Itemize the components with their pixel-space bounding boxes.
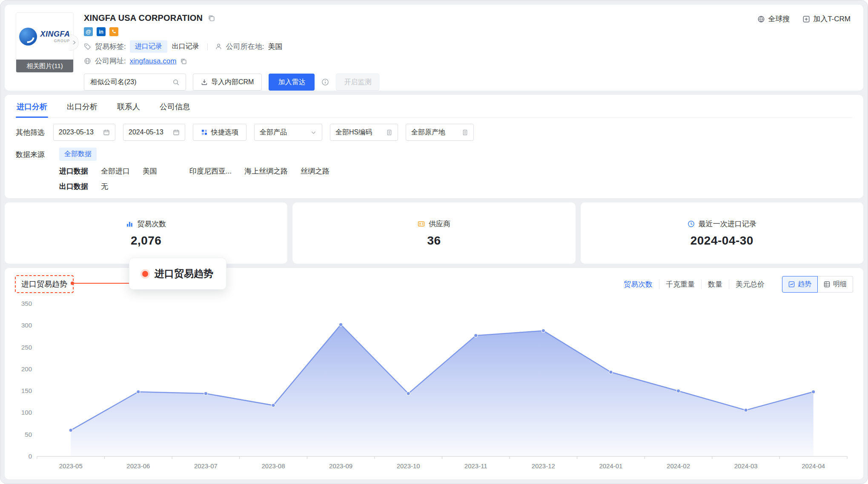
join-tcrm-link[interactable]: 加入T-CRM <box>802 14 851 24</box>
tab-export-analysis[interactable]: 出口分析 <box>66 95 98 117</box>
toggle-trend-view[interactable]: 趋势 <box>782 276 818 293</box>
date-start-input[interactable]: 2023-05-13 <box>53 124 115 141</box>
trade-tags-row: 贸易标签: 进口记录 出口记录 公司所在地: 美国 <box>84 40 379 53</box>
svg-text:300: 300 <box>21 322 32 329</box>
all-data-chip[interactable]: 全部数据 <box>59 148 97 161</box>
svg-text:2023-12: 2023-12 <box>532 462 555 470</box>
import-data-option[interactable]: 印度尼西亚... <box>189 166 232 176</box>
similar-companies-button[interactable]: 相似公司名(23) <box>84 74 186 91</box>
tag-export-records[interactable]: 出口记录 <box>171 40 200 53</box>
tab-contacts[interactable]: 联系人 <box>116 95 141 117</box>
annotation-callout: 进口贸易趋势 <box>129 258 226 290</box>
copy-icon[interactable] <box>180 58 187 65</box>
similar-companies-label: 相似公司名(23) <box>90 78 136 87</box>
product-select-value: 全部产品 <box>260 128 287 137</box>
svg-text:2024-02: 2024-02 <box>667 462 690 470</box>
export-data-label: 出口数据 <box>59 182 88 191</box>
company-header-card: XINGFA GROUP 相关图片(11) XINGFA USA CORPORA… <box>5 5 863 91</box>
data-source-content: 全部数据 进口数据 全部进口 美国 印度尼西亚... 海上丝绸之路 丝绸之路 出… <box>59 148 329 191</box>
view-toggle-group: 趋势 明细 <box>782 276 853 293</box>
info-icon[interactable] <box>321 78 329 86</box>
import-data-label: 进口数据 <box>59 166 88 176</box>
add-radar-button[interactable]: 加入雷达 <box>269 74 315 91</box>
stat-label: 供应商 <box>429 219 450 229</box>
svg-text:2024-03: 2024-03 <box>734 462 758 470</box>
page-root: XINGFA GROUP 相关图片(11) XINGFA USA CORPORA… <box>0 0 868 484</box>
globe-icon <box>84 57 91 65</box>
start-monitor-button[interactable]: 开启监测 <box>336 74 379 91</box>
header-top-links: 全球搜 加入T-CRM <box>757 14 851 24</box>
import-data-option[interactable]: 全部进口 <box>101 166 130 176</box>
related-images-label[interactable]: 相关图片(11) <box>16 60 73 72</box>
clock-icon <box>688 220 695 228</box>
company-info-block: XINGFA USA CORPORATION @ in 贸易标签: 进口记录 出… <box>84 12 379 83</box>
stat-head: 最近一次进口记录 <box>688 219 756 229</box>
svg-text:150: 150 <box>21 387 32 394</box>
annotation-connector-line <box>73 283 137 284</box>
metric-quantity[interactable]: 数量 <box>701 279 729 289</box>
import-data-option[interactable]: 海上丝绸之路 <box>244 166 288 176</box>
tag-import-records[interactable]: 进口记录 <box>130 40 167 53</box>
stat-card-last-import: 最近一次进口记录 2024-04-30 <box>581 202 863 264</box>
data-source-label: 数据来源 <box>16 148 49 191</box>
origin-select-value: 全部原产地 <box>411 128 445 137</box>
svg-text:100: 100 <box>21 409 32 416</box>
import-data-option[interactable]: 丝绸之路 <box>301 166 329 176</box>
hs-code-select[interactable]: 全部HS编码 <box>330 124 398 141</box>
table-grid-icon <box>824 281 830 288</box>
tab-company-info[interactable]: 公司信息 <box>159 95 191 117</box>
website-row: 公司网址: xingfausa.com <box>84 56 379 66</box>
phone-icon[interactable] <box>109 27 118 36</box>
svg-text:2024-01: 2024-01 <box>599 462 622 470</box>
other-filters-label: 其他筛选 <box>16 128 45 137</box>
product-select[interactable]: 全部产品 <box>254 124 322 141</box>
import-data-option[interactable]: 美国 <box>143 166 157 176</box>
email-icon[interactable]: @ <box>84 27 93 36</box>
location-value: 美国 <box>268 42 282 51</box>
copy-icon[interactable] <box>208 14 215 22</box>
company-name-row: XINGFA USA CORPORATION <box>84 13 379 23</box>
hs-code-select-value: 全部HS编码 <box>335 128 372 137</box>
stats-row: 贸易次数 2,076 供应商 36 最近一次进口记录 2024-04-30 <box>5 202 863 264</box>
toggle-detail-view[interactable]: 明细 <box>818 276 853 293</box>
divider <box>207 43 208 50</box>
stat-value: 2,076 <box>131 234 162 248</box>
import-crm-button[interactable]: 导入内部CRM <box>193 74 262 91</box>
location-label: 公司所在地: <box>226 42 264 51</box>
bar-chart-icon <box>126 220 133 228</box>
trend-chart[interactable]: 0501001502002503003502023-052023-062023-… <box>15 298 853 476</box>
website-link[interactable]: xingfausa.com <box>130 57 177 65</box>
chart-title: 进口贸易趋势 <box>15 275 74 293</box>
trade-tag-label: 贸易标签: <box>95 42 126 51</box>
search-similar-icon <box>172 79 180 86</box>
global-search-link[interactable]: 全球搜 <box>757 14 790 24</box>
supplier-card-icon <box>418 220 425 228</box>
linkedin-icon[interactable]: in <box>97 27 106 36</box>
stat-value: 2024-04-30 <box>690 234 753 248</box>
global-search-label: 全球搜 <box>768 14 790 24</box>
metric-kg-weight[interactable]: 千克重量 <box>659 279 701 289</box>
join-tcrm-label: 加入T-CRM <box>813 14 851 24</box>
tab-bar: 进口分析 出口分析 联系人 公司信息 <box>16 95 852 118</box>
chevron-right-icon[interactable] <box>69 34 79 51</box>
calendar-icon <box>173 129 180 136</box>
trend-chart-area[interactable]: 0501001502002503003502023-052023-062023-… <box>15 298 853 476</box>
tab-import-analysis[interactable]: 进口分析 <box>16 95 48 117</box>
toggle-trend-label: 趋势 <box>798 280 811 289</box>
data-source-section: 数据来源 全部数据 进口数据 全部进口 美国 印度尼西亚... 海上丝绸之路 丝… <box>16 148 852 191</box>
date-end-input[interactable]: 2024-05-13 <box>123 124 185 141</box>
import-data-row: 进口数据 全部进口 美国 印度尼西亚... 海上丝绸之路 丝绸之路 <box>59 166 329 176</box>
chart-controls: 贸易次数 千克重量 数量 美元总价 趋势 <box>624 276 853 293</box>
svg-text:2023-10: 2023-10 <box>397 462 420 470</box>
export-data-row: 出口数据 无 <box>59 182 329 191</box>
origin-select[interactable]: 全部原产地 <box>406 124 474 141</box>
metric-trade-count[interactable]: 贸易次数 <box>624 279 659 289</box>
company-logo-image[interactable]: XINGFA GROUP 相关图片(11) <box>16 12 74 73</box>
quick-options-button[interactable]: 快捷选项 <box>193 124 246 141</box>
svg-text:2023-09: 2023-09 <box>329 462 352 470</box>
tcrm-icon <box>802 15 810 23</box>
metric-usd-total[interactable]: 美元总价 <box>729 279 771 289</box>
person-icon <box>215 43 222 50</box>
logo-globe-icon <box>19 28 37 46</box>
stat-head: 供应商 <box>418 219 450 229</box>
